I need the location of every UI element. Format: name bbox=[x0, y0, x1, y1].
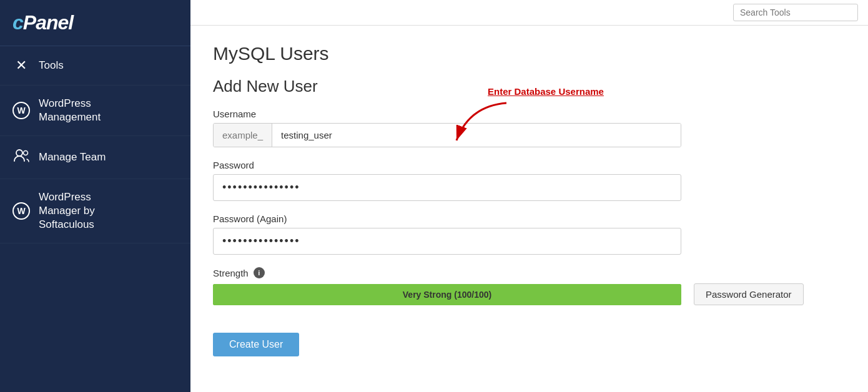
sidebar-item-tools-label: Tools bbox=[39, 59, 64, 72]
svg-point-0 bbox=[16, 150, 22, 156]
sidebar: cPanel ✕ Tools W WordPress Management Ma… bbox=[0, 0, 190, 392]
password-again-input[interactable] bbox=[213, 228, 681, 255]
create-user-button[interactable]: Create User bbox=[213, 333, 299, 356]
password-generator-button[interactable]: Password Generator bbox=[694, 283, 804, 305]
username-prefix: example_ bbox=[214, 124, 272, 147]
sidebar-item-wordpress-management-label: WordPress Management bbox=[39, 97, 101, 124]
sidebar-item-wordpress-softaculous-label: WordPress Manager by Softaculous bbox=[39, 190, 95, 232]
username-label: Username bbox=[213, 109, 846, 119]
strength-form-group: Strength i Very Strong (100/100) Passwor… bbox=[213, 267, 846, 305]
strength-bar-text: Very Strong (100/100) bbox=[403, 290, 491, 300]
strength-bar-container: Very Strong (100/100) bbox=[213, 284, 681, 305]
password-label: Password bbox=[213, 160, 846, 170]
strength-info-icon[interactable]: i bbox=[254, 267, 265, 278]
strength-bar-row: Very Strong (100/100) Password Generator bbox=[213, 283, 846, 305]
search-tools-input[interactable] bbox=[733, 4, 858, 21]
username-form-group: Username Enter Database Username e bbox=[213, 109, 846, 147]
strength-label: Strength bbox=[213, 268, 249, 278]
password-again-label: Password (Again) bbox=[213, 213, 846, 224]
sidebar-item-manage-team[interactable]: Manage Team bbox=[0, 136, 190, 179]
annotation-link[interactable]: Enter Database Username bbox=[488, 86, 604, 97]
sidebar-item-manage-team-label: Manage Team bbox=[39, 150, 106, 164]
username-wrapper: example_ bbox=[213, 123, 681, 147]
password-form-group: Password bbox=[213, 160, 846, 201]
sidebar-item-wordpress-softaculous[interactable]: W WordPress Manager by Softaculous bbox=[0, 179, 190, 243]
strength-label-row: Strength i bbox=[213, 267, 846, 278]
tools-icon: ✕ bbox=[12, 57, 30, 74]
manage-team-icon bbox=[12, 147, 30, 167]
annotation-container: Enter Database Username bbox=[488, 86, 604, 97]
topbar bbox=[190, 0, 868, 26]
username-input[interactable] bbox=[272, 124, 681, 147]
wordpress-softaculous-icon: W bbox=[12, 202, 30, 220]
main-area: MySQL Users Add New User Username Enter … bbox=[190, 0, 868, 392]
content-area: MySQL Users Add New User Username Enter … bbox=[190, 26, 868, 392]
page-title: MySQL Users bbox=[213, 43, 846, 64]
sidebar-logo[interactable]: cPanel bbox=[0, 0, 190, 46]
cpanel-logo-text: cPanel bbox=[12, 11, 178, 34]
password-again-form-group: Password (Again) bbox=[213, 213, 846, 255]
svg-point-1 bbox=[24, 151, 28, 155]
password-input[interactable] bbox=[213, 174, 681, 201]
sidebar-item-wordpress-management[interactable]: W WordPress Management bbox=[0, 86, 190, 136]
sidebar-item-tools[interactable]: ✕ Tools bbox=[0, 46, 190, 86]
wordpress-management-icon: W bbox=[12, 102, 30, 119]
